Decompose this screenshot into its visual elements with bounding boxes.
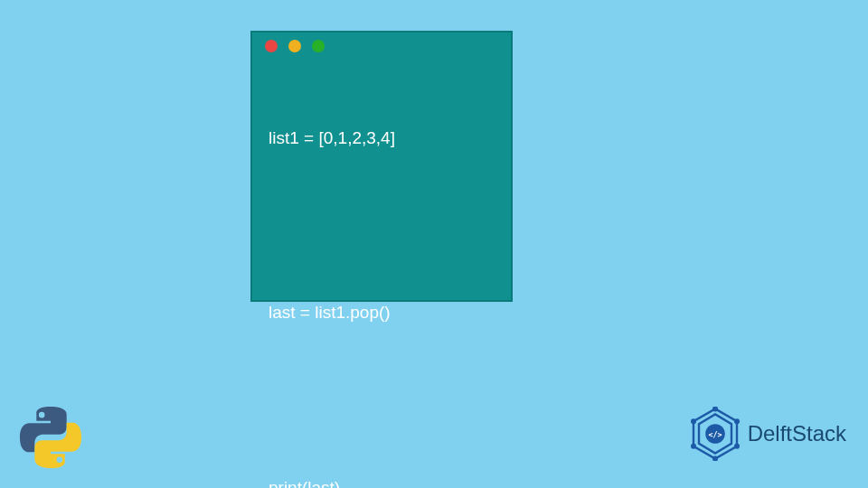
- svg-text:</>: </>: [708, 430, 722, 439]
- svg-point-4: [734, 444, 740, 449]
- code-line: last = list1.pop(): [269, 298, 495, 327]
- svg-point-6: [691, 444, 696, 449]
- code-line: [269, 211, 495, 239]
- code-line: list1 = [0,1,2,3,4]: [269, 124, 495, 153]
- code-window: list1 = [0,1,2,3,4] last = list1.pop() p…: [250, 31, 513, 302]
- close-icon: [265, 40, 278, 52]
- delftstack-text: DelftStack: [748, 421, 846, 446]
- code-body: list1 = [0,1,2,3,4] last = list1.pop() p…: [252, 60, 511, 488]
- delftstack-mark-icon: </>: [688, 407, 742, 461]
- svg-point-7: [691, 418, 696, 424]
- svg-point-3: [734, 418, 740, 424]
- code-line: print(last): [269, 474, 495, 488]
- delftstack-logo: </> DelftStack: [688, 407, 846, 461]
- python-logo-icon: [18, 405, 83, 470]
- maximize-icon: [312, 40, 325, 52]
- code-line: [269, 386, 495, 415]
- window-titlebar: [252, 33, 511, 60]
- minimize-icon: [288, 40, 301, 52]
